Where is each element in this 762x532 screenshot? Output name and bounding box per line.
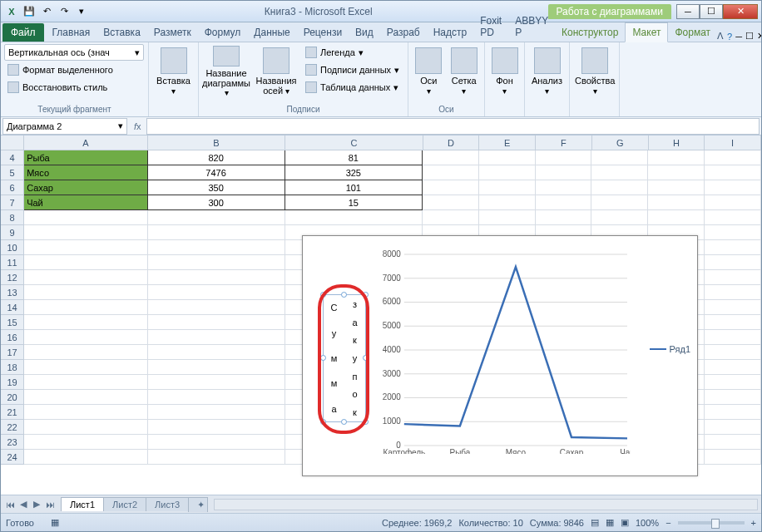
help-icon[interactable]: ?	[727, 32, 732, 42]
tab-chart-layout[interactable]: Макет	[625, 22, 668, 42]
cell[interactable]	[705, 330, 761, 345]
cell[interactable]	[591, 180, 648, 195]
sheet-nav-first-icon[interactable]: ⏮	[4, 499, 16, 510]
cell[interactable]	[479, 195, 536, 210]
cell[interactable]	[148, 420, 285, 435]
row-header[interactable]: 24	[1, 450, 24, 465]
cell[interactable]: 820	[148, 150, 285, 165]
fx-icon[interactable]: fx	[129, 121, 146, 131]
gridlines-button[interactable]: Сетка▾	[448, 44, 482, 99]
maximize-button[interactable]: ☐	[700, 4, 723, 19]
row-header[interactable]: 17	[1, 345, 24, 360]
tab-insert[interactable]: Вставка	[96, 23, 147, 42]
row-header[interactable]: 12	[1, 270, 24, 285]
tab-view[interactable]: Вид	[349, 23, 380, 42]
cell[interactable]	[148, 435, 285, 450]
sheet-nav-next-icon[interactable]: ▶	[31, 499, 42, 510]
doc-minimize-icon[interactable]: ─	[735, 32, 742, 42]
tab-review[interactable]: Рецензи	[297, 23, 349, 42]
row-header[interactable]: 19	[1, 375, 24, 390]
tab-chart-design[interactable]: Конструктор	[555, 23, 625, 42]
cell[interactable]	[479, 150, 536, 165]
cell[interactable]	[24, 285, 147, 300]
cell[interactable]	[591, 165, 648, 180]
axis-title-textbox[interactable]: Суммазакупок	[323, 294, 366, 422]
cell[interactable]	[24, 360, 147, 375]
doc-restore-icon[interactable]: ☐	[745, 31, 754, 42]
data-labels-button[interactable]: Подписи данных ▾	[302, 62, 403, 78]
row-header[interactable]: 15	[1, 315, 24, 330]
cell[interactable]: 7476	[148, 165, 285, 180]
row-header[interactable]: 16	[1, 330, 24, 345]
axis-titles-button[interactable]: Названия осей ▾	[252, 44, 300, 99]
cell[interactable]	[24, 300, 147, 315]
chart-element-dropdown[interactable]: Вертикальная ось (знач▾	[4, 44, 144, 61]
save-icon[interactable]: 💾	[22, 4, 37, 19]
cell[interactable]	[24, 225, 147, 240]
formula-input[interactable]	[146, 118, 760, 135]
cell[interactable]	[148, 345, 285, 360]
cell[interactable]	[648, 210, 705, 225]
row-header[interactable]: 6	[1, 180, 24, 195]
cell[interactable]: Рыба	[24, 150, 147, 165]
data-table-button[interactable]: Таблица данных ▾	[302, 79, 403, 96]
worksheet[interactable]: A B C D E F G H I 4Рыба820815Мясо7476325…	[1, 135, 761, 495]
cell[interactable]	[536, 210, 592, 225]
view-normal-icon[interactable]: ▤	[591, 517, 599, 528]
cell[interactable]	[648, 195, 705, 210]
cell[interactable]	[705, 270, 761, 285]
row-header[interactable]: 21	[1, 405, 24, 420]
tab-chart-format[interactable]: Формат	[668, 23, 717, 42]
sheet-tab-3[interactable]: Лист3	[146, 497, 189, 511]
cell[interactable]: 300	[148, 195, 285, 210]
view-pagebreak-icon[interactable]: ▣	[621, 517, 629, 528]
tab-layout[interactable]: Разметк	[147, 23, 198, 42]
cell[interactable]: 101	[285, 180, 423, 195]
qat-more-icon[interactable]: ▾	[74, 4, 89, 19]
embedded-chart[interactable]: 010002000300040005000600070008000Картофе…	[302, 235, 698, 476]
view-layout-icon[interactable]: ▦	[606, 517, 614, 528]
cell[interactable]	[648, 165, 705, 180]
cell[interactable]	[705, 240, 761, 255]
tab-addins[interactable]: Надстр	[427, 23, 474, 42]
cell[interactable]	[479, 165, 536, 180]
row-header[interactable]: 14	[1, 300, 24, 315]
cell[interactable]	[479, 210, 536, 225]
cell[interactable]	[24, 240, 147, 255]
cell[interactable]	[705, 300, 761, 315]
cell[interactable]	[423, 165, 479, 180]
sheet-tab-2[interactable]: Лист2	[103, 497, 146, 511]
cell[interactable]	[705, 405, 761, 420]
cell[interactable]	[24, 345, 147, 360]
cell[interactable]	[705, 360, 761, 375]
cell[interactable]	[423, 180, 479, 195]
cell[interactable]	[705, 150, 761, 165]
cell[interactable]	[423, 195, 479, 210]
cell[interactable]	[24, 270, 147, 285]
cell[interactable]	[285, 210, 423, 225]
horizontal-scrollbar[interactable]	[214, 499, 758, 510]
cell[interactable]: 81	[285, 150, 423, 165]
analysis-button[interactable]: Анализ▾	[528, 44, 566, 99]
cell[interactable]	[24, 210, 147, 225]
sheet-tab-1[interactable]: Лист1	[61, 497, 104, 511]
row-header[interactable]: 9	[1, 225, 24, 240]
cell[interactable]	[536, 165, 592, 180]
cell[interactable]	[423, 210, 479, 225]
cell[interactable]	[705, 390, 761, 405]
col-header-e[interactable]: E	[479, 135, 536, 150]
col-header-i[interactable]: I	[705, 135, 761, 150]
cell[interactable]	[705, 345, 761, 360]
undo-icon[interactable]: ↶	[39, 4, 54, 19]
axes-button[interactable]: Оси▾	[412, 44, 446, 99]
col-header-b[interactable]: B	[148, 135, 285, 150]
zoom-level[interactable]: 100%	[636, 518, 659, 528]
cell[interactable]	[148, 315, 285, 330]
cell[interactable]	[536, 180, 592, 195]
tab-home[interactable]: Главная	[46, 23, 97, 42]
tab-foxit[interactable]: Foxit PD	[473, 12, 508, 42]
cell[interactable]	[148, 240, 285, 255]
cell[interactable]	[148, 450, 285, 465]
macro-icon[interactable]: ▦	[51, 517, 59, 528]
cell[interactable]	[705, 450, 761, 465]
